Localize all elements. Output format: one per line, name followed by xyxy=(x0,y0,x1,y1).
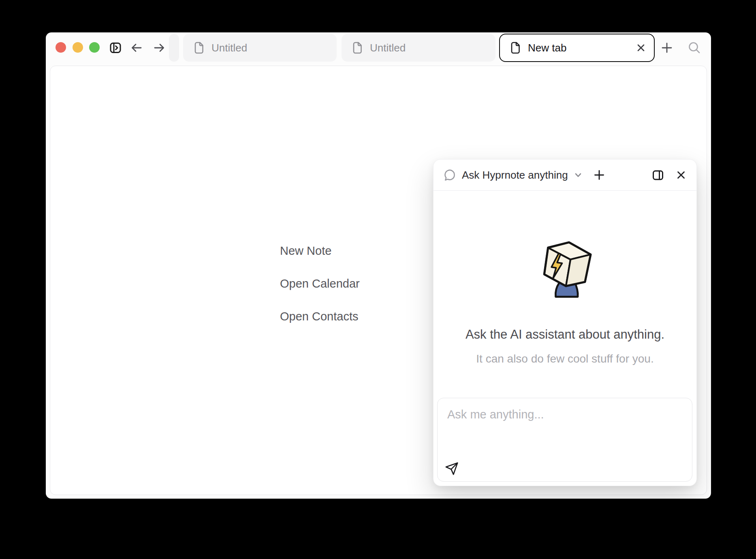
tab-close-button[interactable] xyxy=(635,42,647,53)
sidebar-toggle-button[interactable] xyxy=(109,42,122,54)
open-in-side-panel-button[interactable] xyxy=(652,169,664,181)
zoom-circle-icon xyxy=(89,42,100,53)
file-icon xyxy=(510,42,521,54)
assistant-heading: Ask the AI assistant about anything. xyxy=(434,327,696,342)
close-panel-button[interactable] xyxy=(675,169,687,181)
traffic-light-minimize[interactable] xyxy=(73,42,83,53)
assistant-panel-header: Ask Hyprnote anything xyxy=(434,160,696,191)
close-icon xyxy=(675,169,687,181)
tab-new-tab-active[interactable]: New tab xyxy=(499,34,655,62)
assistant-panel: Ask Hyprnote anything xyxy=(433,159,697,486)
forward-icon xyxy=(152,41,166,55)
plus-icon xyxy=(593,169,605,181)
file-icon xyxy=(352,42,363,54)
minimize-circle-icon xyxy=(73,42,83,53)
tab-label: Untitled xyxy=(211,42,247,54)
tab-untitled-2[interactable]: Untitled xyxy=(342,34,495,62)
assistant-subheading: It can also do few cool stuff for you. xyxy=(434,352,696,366)
tab-strip-divider xyxy=(169,34,179,62)
new-chat-button[interactable] xyxy=(593,169,605,181)
traffic-light-zoom[interactable] xyxy=(89,42,100,53)
open-calendar-link[interactable]: Open Calendar xyxy=(280,276,360,291)
tab-untitled-1[interactable]: Untitled xyxy=(183,34,337,62)
new-tab-button[interactable] xyxy=(660,41,674,55)
close-icon xyxy=(636,43,646,53)
plus-icon xyxy=(660,41,673,54)
tab-label: New tab xyxy=(528,42,566,54)
close-circle-icon xyxy=(56,42,66,53)
desktop-background: Untitled Untitled New tab xyxy=(0,0,756,559)
assistant-input-box xyxy=(437,398,692,482)
assistant-mascot-icon xyxy=(538,237,592,301)
send-icon xyxy=(445,462,459,476)
speech-bubble-icon xyxy=(443,169,456,181)
back-icon xyxy=(130,41,143,55)
traffic-light-close[interactable] xyxy=(56,42,66,53)
assistant-title: Ask Hyprnote anything xyxy=(462,169,568,181)
tab-label: Untitled xyxy=(370,42,406,54)
send-button[interactable] xyxy=(445,462,459,476)
back-button[interactable] xyxy=(130,41,143,55)
open-contacts-link[interactable]: Open Contacts xyxy=(280,309,360,324)
chevron-down-icon[interactable] xyxy=(574,171,583,179)
forward-button[interactable] xyxy=(152,41,166,55)
sidebar-toggle-icon xyxy=(109,42,122,54)
quick-links: New Note Open Calendar Open Contacts xyxy=(280,243,360,324)
new-note-link[interactable]: New Note xyxy=(280,243,360,258)
search-button[interactable] xyxy=(688,41,701,55)
title-bar[interactable]: Untitled Untitled New tab xyxy=(46,32,711,66)
split-panel-icon xyxy=(652,169,664,181)
file-icon xyxy=(194,42,204,54)
assistant-input[interactable] xyxy=(438,398,692,455)
search-icon xyxy=(688,41,701,55)
